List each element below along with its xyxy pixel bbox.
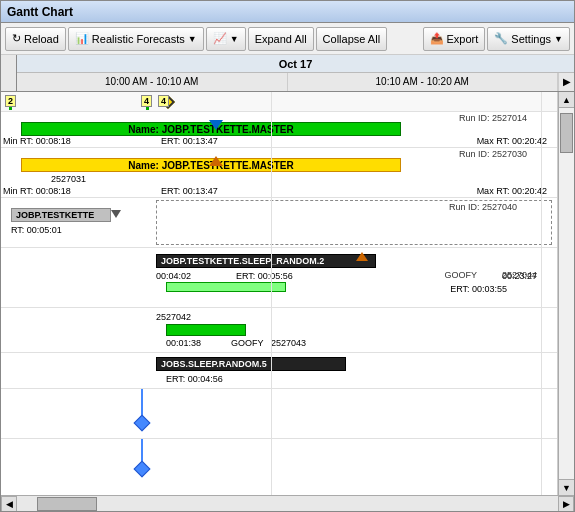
forecasts-icon: 📊	[75, 32, 89, 45]
gantt-container: Oct 17 10:00 AM - 10:10 AM 10:10 AM - 10…	[1, 55, 574, 511]
min-rt-1: Min RT: 00:08:18	[3, 136, 71, 146]
gray-bar: JOBP.TESTKETTE	[11, 208, 111, 222]
settings-label: Settings	[511, 33, 551, 45]
triangle-up-1	[209, 156, 223, 166]
blue-diamond-1	[134, 415, 151, 432]
expand-all-button[interactable]: Expand All	[248, 27, 314, 51]
reload-button[interactable]: ↻ Reload	[5, 27, 66, 51]
date-label: Oct 17	[17, 55, 574, 73]
run-id-2: Run ID: 2527030	[459, 149, 527, 159]
dark-bar-label-2: JOBS.SLEEP.RANDOM.5	[161, 359, 267, 369]
time-row: 10:00 AM - 10:10 AM 10:10 AM - 10:20 AM …	[17, 73, 574, 91]
goofy-2: GOOFY	[231, 338, 264, 348]
row-master-1: Run ID: 2527014 Name: JOBP.TESTKETTE.MAS…	[1, 112, 557, 148]
max-rt-2: Max RT: 00:20:42	[477, 186, 547, 196]
gantt-chart-area[interactable]: 2 4 4 Run ID: 2527014 Name: JOBP.TESTKET…	[1, 92, 558, 495]
small-green-bar	[166, 324, 246, 336]
ert-time: ERT: 00:05:56	[236, 271, 293, 281]
time-1-38: 00:01:38	[166, 338, 201, 348]
time-left: 10:00 AM - 10:10 AM	[17, 73, 288, 91]
reload-label: Reload	[24, 33, 59, 45]
milestone-row: 2 4 4	[1, 92, 557, 112]
row-testkette: JOBP.TESTKETTE RT: 00:05:01 Run ID: 2527…	[1, 198, 557, 248]
row-sleep-random-2: JOBP.TESTKETTE.SLEEP_RANDOM.2 00:04:02 E…	[1, 248, 557, 308]
dark-bar-label: JOBP.TESTKETTE.SLEEP_RANDOM.2	[161, 256, 324, 266]
export-label: Export	[447, 33, 479, 45]
collapse-all-button[interactable]: Collapse All	[316, 27, 387, 51]
row-connectors	[1, 389, 557, 439]
dark-bar: JOBP.TESTKETTE.SLEEP_RANDOM.2	[156, 254, 376, 268]
time-right: 10:10 AM - 10:20 AM	[288, 73, 559, 91]
badge-4-left: 4	[141, 95, 152, 107]
ert-1: ERT: 00:13:47	[161, 136, 218, 146]
scroll-left-button[interactable]: ◀	[1, 496, 17, 512]
export-icon: 📤	[430, 32, 444, 45]
goofy-1: GOOFY	[444, 270, 477, 280]
settings-icon: 🔧	[494, 32, 508, 45]
settings-button[interactable]: 🔧 Settings ▼	[487, 27, 570, 51]
scroll-up-button[interactable]: ▲	[559, 92, 574, 108]
dropdown-arrow-forecasts: ▼	[188, 34, 197, 44]
gantt-window: Gantt Chart ↻ Reload 📊 Realistic Forecas…	[0, 0, 575, 512]
export-button[interactable]: 📤 Export	[423, 27, 486, 51]
window-title: Gantt Chart	[7, 5, 73, 19]
run-id-5: 2527044	[502, 270, 537, 280]
dropdown-arrow-chart: ▼	[230, 34, 239, 44]
row-2527042: 2527042 00:01:38 GOOFY 2527043	[1, 308, 557, 353]
triangle-up-2	[356, 252, 368, 261]
badge-2: 2	[5, 95, 16, 107]
gantt-body: 2 4 4 Run ID: 2527014 Name: JOBP.TESTKET…	[1, 92, 574, 495]
run-id-6: 2527042	[156, 312, 191, 322]
chart-icon: 📈	[213, 32, 227, 45]
scroll-right-arrow[interactable]: ▶	[558, 73, 574, 91]
ert-4: ERT: 00:04:56	[166, 374, 223, 384]
light-green-bar	[166, 282, 286, 292]
badge-4-right: 4	[158, 95, 169, 107]
row-jobs-sleep-5: JOBS.SLEEP.RANDOM.5 ERT: 00:04:56	[1, 353, 557, 389]
run-id-7: 2527043	[271, 338, 306, 348]
realistic-forecasts-button[interactable]: 📊 Realistic Forecasts ▼	[68, 27, 204, 51]
horizontal-scrollbar[interactable]: ◀ ▶	[1, 495, 574, 511]
ert-2: ERT: 00:13:47	[161, 186, 218, 196]
dropdown-arrow-settings: ▼	[554, 34, 563, 44]
blue-diamond-2	[134, 461, 151, 478]
row-connector-2	[1, 439, 557, 479]
title-bar: Gantt Chart	[1, 1, 574, 23]
min-rt-2: Min RT: 00:08:18	[3, 186, 71, 196]
toolbar: ↻ Reload 📊 Realistic Forecasts ▼ 📈 ▼ Exp…	[1, 23, 574, 55]
gray-bar-label: JOBP.TESTKETTE	[16, 210, 94, 220]
chart-options-button[interactable]: 📈 ▼	[206, 27, 246, 51]
reload-icon: ↻	[12, 32, 21, 45]
scroll-h-track[interactable]	[17, 496, 558, 511]
header-timeline: Oct 17 10:00 AM - 10:10 AM 10:10 AM - 10…	[17, 55, 574, 91]
scroll-thumb[interactable]	[560, 113, 573, 153]
gantt-header: Oct 17 10:00 AM - 10:10 AM 10:10 AM - 10…	[1, 55, 574, 92]
ert-3: ERT: 00:03:55	[450, 284, 507, 294]
scroll-down-button[interactable]: ▼	[559, 479, 574, 495]
dropdown-on-bar	[111, 210, 121, 218]
vertical-scrollbar[interactable]: ▲ ▼	[558, 92, 574, 495]
triangle-down-1	[209, 120, 223, 130]
max-rt-1: Max RT: 00:20:42	[477, 136, 547, 146]
scroll-right-button[interactable]: ▶	[558, 496, 574, 512]
rt-1: RT: 00:05:01	[11, 225, 62, 235]
run-id-3: Run ID: 2527040	[449, 202, 517, 212]
collapse-all-label: Collapse All	[323, 33, 380, 45]
run-id-sub: 2527031	[51, 174, 86, 184]
dark-bar-2: JOBS.SLEEP.RANDOM.5	[156, 357, 346, 371]
toolbar-right: 📤 Export 🔧 Settings ▼	[423, 27, 570, 51]
time-start: 00:04:02	[156, 271, 191, 281]
scroll-h-thumb[interactable]	[37, 497, 97, 511]
scroll-track[interactable]	[559, 108, 574, 479]
run-id-1: Run ID: 2527014	[459, 113, 527, 123]
row-master-2: Run ID: 2527030 Name: JOBP.TESTKETTE.MAS…	[1, 148, 557, 198]
expand-all-label: Expand All	[255, 33, 307, 45]
realistic-forecasts-label: Realistic Forecasts	[92, 33, 185, 45]
